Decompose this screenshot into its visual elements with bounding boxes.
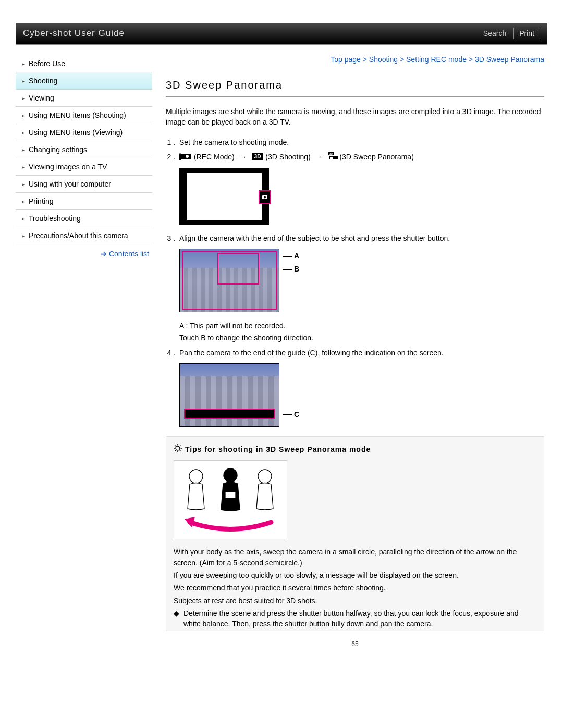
camera-i-icon — [179, 152, 192, 163]
svg-line-20 — [180, 446, 181, 447]
svg-point-11 — [264, 196, 266, 198]
svg-point-22 — [224, 468, 237, 482]
chevron-right-icon: ▸ — [22, 181, 25, 187]
chevron-right-icon: ▸ — [22, 95, 25, 101]
svg-line-17 — [175, 446, 176, 447]
chevron-right-icon: ▸ — [22, 61, 25, 67]
arrow-right-icon: → — [240, 153, 247, 161]
contents-list-link[interactable]: ➔Contents list — [16, 244, 152, 263]
label-b: B — [283, 263, 299, 276]
chevron-right-icon: ▸ — [22, 147, 25, 153]
intro-text: Multiple images are shot while the camer… — [166, 106, 544, 128]
sidebar-item-label: Using with your computer — [29, 180, 111, 188]
tips-text: With your body as the axis, sweep the ca… — [174, 547, 536, 629]
3d-icon: 3D — [252, 152, 263, 163]
contents-list-label: Contents list — [109, 250, 149, 258]
arrow-right-icon: → — [316, 153, 323, 161]
svg-line-18 — [180, 450, 181, 451]
title-divider — [166, 96, 544, 97]
page-number: 65 — [166, 640, 544, 648]
tips-header: Tips for shooting in 3D Sweep Panorama m… — [174, 444, 536, 454]
label-c: C — [283, 409, 299, 427]
3d-sweep-icon: 3D — [328, 152, 338, 163]
svg-text:3D: 3D — [329, 152, 333, 155]
chevron-right-icon: ▸ — [22, 78, 25, 84]
sidebar-item-label: Using MENU items (Viewing) — [29, 128, 123, 137]
svg-point-12 — [176, 446, 180, 450]
chevron-right-icon: ▸ — [22, 199, 25, 204]
3d-shooting-label: (3D Shooting) — [265, 153, 310, 161]
step-text: Align the camera with the end of the sub… — [179, 234, 450, 242]
search-link[interactable]: Search — [483, 29, 506, 38]
sidebar: ▸Before Use ▸Shooting ▸Viewing ▸Using ME… — [16, 55, 152, 648]
sidebar-item-printing[interactable]: ▸Printing — [16, 193, 152, 210]
chevron-right-icon: ▸ — [22, 130, 25, 135]
tips-bullet-text: Determine the scene and press the shutte… — [183, 608, 536, 630]
sidebar-item-menu-viewing[interactable]: ▸Using MENU items (Viewing) — [16, 124, 152, 141]
step-text: Pan the camera to the end of the guide (… — [179, 349, 444, 357]
step3-sub-a: A : This part will not be recorded. — [179, 320, 544, 331]
content-area: Top page > Shooting > Setting REC mode >… — [166, 55, 547, 648]
sidebar-item-label: Troubleshooting — [29, 214, 81, 223]
tips-header-text: Tips for shooting in 3D Sweep Panorama m… — [185, 445, 371, 453]
3d-sweep-label: (3D Sweep Panorama) — [339, 153, 413, 161]
sidebar-item-menu-shooting[interactable]: ▸Using MENU items (Shooting) — [16, 107, 152, 124]
tips-bullet: ◆ Determine the scene and press the shut… — [174, 608, 536, 630]
tips-p2: If you are sweeping too quickly or too s… — [174, 570, 536, 581]
tips-box: Tips for shooting in 3D Sweep Panorama m… — [166, 436, 544, 631]
tips-p3: We recommend that you practice it severa… — [174, 583, 536, 593]
svg-point-21 — [189, 470, 203, 483]
print-button[interactable]: Print — [513, 28, 540, 39]
sidebar-item-label: Viewing images on a TV — [29, 163, 107, 171]
tips-p1: With your body as the axis, sweep the ca… — [174, 547, 536, 568]
svg-line-19 — [175, 450, 176, 451]
step-1: Set the camera to shooting mode. — [177, 137, 544, 147]
tips-p4: Subjects at rest are best suited for 3D … — [174, 596, 536, 606]
rec-mode-label: (REC Mode) — [194, 153, 235, 161]
svg-point-24 — [258, 470, 272, 483]
sidebar-item-label: Printing — [29, 197, 53, 205]
svg-rect-9 — [330, 157, 333, 159]
figure-labels: A B — [283, 249, 299, 276]
sidebar-item-label: Viewing — [29, 94, 54, 102]
sidebar-item-label: Using MENU items (Shooting) — [29, 111, 126, 119]
sidebar-item-before-use[interactable]: ▸Before Use — [16, 55, 152, 72]
figure-pan: C — [179, 363, 544, 427]
svg-point-1 — [186, 155, 189, 158]
figure-align: A B — [179, 249, 544, 312]
step-3: Align the camera with the end of the sub… — [177, 233, 544, 343]
chevron-right-icon: ▸ — [22, 113, 25, 118]
step-2: (REC Mode) → 3D (3D Shooting) → 3D (3D S… — [177, 152, 544, 225]
chevron-right-icon: ▸ — [22, 216, 25, 221]
bullet-icon: ◆ — [174, 608, 179, 630]
step-4: Pan the camera to the end of the guide (… — [177, 348, 544, 427]
figure-rec-mode — [179, 168, 544, 225]
header-title: Cyber-shot User Guide — [23, 28, 125, 39]
sidebar-item-label: Changing settings — [29, 145, 87, 154]
steps-list: Set the camera to shooting mode. (REC Mo… — [166, 137, 544, 427]
sidebar-item-viewing[interactable]: ▸Viewing — [16, 90, 152, 107]
label-a: A — [283, 250, 299, 263]
svg-point-3 — [179, 153, 180, 154]
step3-sub-b: Touch B to change the shooting direction… — [179, 332, 544, 343]
sidebar-item-computer[interactable]: ▸Using with your computer — [16, 176, 152, 193]
breadcrumb[interactable]: Top page > Shooting > Setting REC mode >… — [166, 55, 544, 64]
svg-text:3D: 3D — [254, 154, 261, 159]
sidebar-item-shooting[interactable]: ▸Shooting — [16, 72, 152, 90]
tips-illustration — [174, 460, 287, 539]
header-bar: Cyber-shot User Guide Search Print — [16, 23, 547, 45]
arrow-right-icon: ➔ — [101, 250, 107, 258]
sidebar-item-label: Shooting — [29, 77, 57, 85]
chevron-right-icon: ▸ — [22, 164, 25, 170]
sidebar-item-label: Precautions/About this camera — [29, 231, 128, 240]
step-text: Set the camera to shooting mode. — [179, 138, 289, 146]
intro-paragraph: Multiple images are shot while the camer… — [166, 106, 544, 128]
chevron-right-icon: ▸ — [22, 233, 25, 239]
lightbulb-icon — [174, 444, 182, 454]
sidebar-item-label: Before Use — [29, 59, 65, 68]
sidebar-item-troubleshooting[interactable]: ▸Troubleshooting — [16, 210, 152, 227]
sidebar-item-precautions[interactable]: ▸Precautions/About this camera — [16, 227, 152, 244]
sidebar-item-changing-settings[interactable]: ▸Changing settings — [16, 141, 152, 158]
sidebar-item-tv[interactable]: ▸Viewing images on a TV — [16, 158, 152, 176]
page-title: 3D Sweep Panorama — [166, 79, 544, 93]
